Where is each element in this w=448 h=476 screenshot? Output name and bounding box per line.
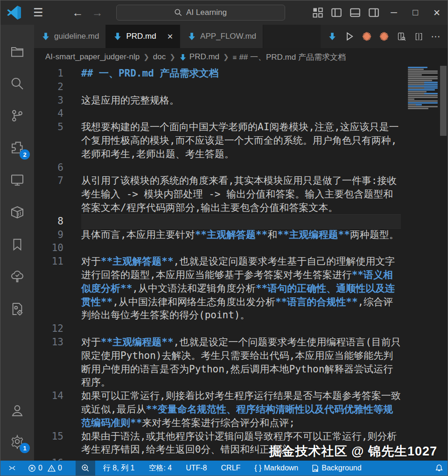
minimap-bar <box>408 69 424 70</box>
line-text[interactable] <box>81 80 401 94</box>
line-text[interactable]: 对于**主观解答题**,也就是设定问题要求考生基于自己的理解使用文字进行回答的题… <box>81 255 401 322</box>
menu-hamburger-icon[interactable]: ☰ <box>33 7 43 18</box>
symbol-list-icon: ≡ <box>233 53 237 61</box>
tab-bar: guideline.md PRD.md ✕ APP_FLOW.md <box>34 25 448 48</box>
sidebar-item-remote-explorer[interactable] <box>7 169 28 191</box>
minimap-bar <box>408 72 438 74</box>
warning-icon <box>48 464 56 472</box>
more-actions-icon[interactable]: ⋯ <box>429 29 443 43</box>
vertical-scrollbar <box>439 66 448 461</box>
breadcrumb-symbol[interactable]: ## 一、PRD.md 产品需求文档 <box>239 52 346 63</box>
line-text[interactable]: 这是应用的完整规格。 <box>81 94 401 107</box>
editor-line[interactable]: 4 <box>34 107 408 120</box>
background-extension-item[interactable]: Background <box>307 461 365 476</box>
chevron-right-icon: ❯ <box>223 53 229 61</box>
editor-line[interactable]: 8 <box>34 215 408 228</box>
minimap-bar <box>408 70 438 72</box>
starburst-action-icon[interactable] <box>377 29 391 43</box>
line-text[interactable]: 如果可以正常运行,则接着比对考生程序运行结果是否与本题参考答案一致或近似,最后从… <box>81 389 401 429</box>
sidebar-item-code-runner[interactable] <box>7 298 28 320</box>
sidebar-item-bookmarks[interactable] <box>7 234 28 255</box>
line-text[interactable]: 对于**主观编程题**,也就是设定一个问题要求考生使用编程语言(目前只限定使用P… <box>81 336 401 389</box>
line-text[interactable] <box>81 241 401 255</box>
command-search-box[interactable]: AI Learning <box>116 5 285 21</box>
editor-line[interactable]: 1## 一、PRD.md 产品需求文档 <box>34 67 408 80</box>
sidebar-item-explorer[interactable] <box>7 41 28 62</box>
markdown-download-action-icon[interactable] <box>325 29 339 43</box>
editor-line[interactable]: 3这是应用的完整规格。 <box>34 94 408 107</box>
maximize-button[interactable]: □ <box>405 0 426 25</box>
language-mode[interactable]: { } Markdown <box>250 461 302 476</box>
forward-arrow-icon[interactable]: → <box>92 7 103 18</box>
line-text[interactable]: ## 一、PRD.md 产品需求文档 <box>81 67 401 80</box>
editor-line[interactable]: 5我想要构建的是一个面向中国大学老师的AI阅卷模块,注意,这应该只是一个复用性极… <box>34 120 408 161</box>
split-editor-icon[interactable] <box>412 29 426 43</box>
problems-indicator[interactable]: 0 0 <box>24 461 66 476</box>
sidebar-item-containers[interactable] <box>7 202 28 223</box>
editor-line[interactable]: 7从引用了该模块的系统的角度来看,其实本模块应用只是做了一件事:接收考生输入 -… <box>34 174 408 214</box>
minimize-button[interactable]: ─ <box>383 0 405 25</box>
accounts-icon[interactable] <box>7 400 28 421</box>
text-segment: 来对考生答案进行综合评分和点评; <box>142 417 295 428</box>
toggle-panel-icon[interactable] <box>347 5 363 21</box>
minimap-bar <box>408 80 432 81</box>
starburst-action-icon[interactable] <box>360 29 374 43</box>
sidebar-item-search[interactable] <box>7 73 28 94</box>
minimap[interactable] <box>408 67 438 110</box>
editor-line[interactable]: 13对于**主观编程题**,也就是设定一个问题要求考生使用编程语言(目前只限定使… <box>34 336 408 389</box>
minimap-bar <box>408 98 414 100</box>
customize-layout-icon[interactable] <box>310 5 326 21</box>
line-text[interactable] <box>81 215 401 228</box>
breadcrumb-file[interactable]: PRD.md <box>189 52 219 62</box>
breadcrumb-folder[interactable]: doc <box>153 52 166 62</box>
run-file-icon[interactable] <box>343 29 357 43</box>
sidebar-item-todo-tree[interactable] <box>7 266 28 287</box>
close-button[interactable]: ✕ <box>426 0 448 25</box>
search-icon <box>174 8 182 17</box>
editor-line[interactable]: 12 <box>34 322 408 336</box>
tab-guideline-md[interactable]: guideline.md <box>34 25 106 48</box>
text-segment: ,从中文语法和逻辑角度分析 <box>132 283 256 294</box>
line-text[interactable]: 我想要构建的是一个面向中国大学老师的AI阅卷模块,注意,这应该只是一个复用性极高… <box>81 120 401 161</box>
minimap-bar <box>408 78 438 79</box>
indentation-indicator[interactable]: 空格: 4 <box>144 461 176 476</box>
editor-line[interactable]: 6 <box>34 161 408 175</box>
person-icon <box>10 403 25 418</box>
minimap-bar <box>408 93 438 94</box>
toggle-primary-sidebar-icon[interactable] <box>329 5 344 21</box>
tab-label: guideline.md <box>54 32 99 41</box>
line-text[interactable]: 从引用了该模块的系统的角度来看,其实本模块应用只是做了一件事:接收考生输入 ->… <box>81 174 401 214</box>
open-preview-icon[interactable] <box>394 29 408 43</box>
status-bar: 0 0 行 8, 列 1 空格: 4 UTF-8 CRLF { } Markdo… <box>0 461 448 476</box>
sidebar-item-extensions[interactable]: 2 <box>7 137 28 159</box>
encoding-indicator[interactable]: UTF-8 <box>182 461 211 476</box>
toggle-secondary-sidebar-icon[interactable] <box>366 5 382 21</box>
sidebar-item-source-control[interactable] <box>7 105 28 126</box>
scrollbar-thumb[interactable] <box>440 66 447 136</box>
editor-line[interactable]: 2 <box>34 80 408 94</box>
line-text[interactable] <box>81 161 401 175</box>
eol-indicator[interactable]: CRLF <box>217 461 245 476</box>
editor-line[interactable]: 11对于**主观解答题**,也就是设定问题要求考生基于自己的理解使用文字进行回答… <box>34 255 408 322</box>
editor-line[interactable]: 10 <box>34 241 408 255</box>
tab-label: APP_FLOW.md <box>200 32 256 41</box>
settings-gear-button[interactable]: 1 <box>7 431 28 452</box>
remote-indicator[interactable] <box>0 461 24 476</box>
text-segment: **主观解答题** <box>101 256 174 267</box>
background-label: Background <box>322 464 361 472</box>
breadcrumb-project[interactable]: AI-smart_paper_judger-nlp <box>45 52 140 62</box>
notifications-bell-icon[interactable] <box>431 461 448 476</box>
tab-app-flow-md[interactable]: APP_FLOW.md <box>180 25 263 48</box>
editor-line[interactable]: 14如果可以正常运行,则接着比对考生程序运行结果是否与本题参考答案一致或近似,最… <box>34 389 408 429</box>
editor-line[interactable]: 9具体而言,本应用主要针对**主观解答题**和**主观编程题**两种题型。 <box>34 228 408 242</box>
tab-close-icon[interactable]: ✕ <box>167 32 173 41</box>
line-text[interactable]: 具体而言,本应用主要针对**主观解答题**和**主观编程题**两种题型。 <box>81 228 401 242</box>
line-text[interactable] <box>81 322 401 336</box>
back-arrow-icon[interactable]: ← <box>72 7 84 18</box>
line-text[interactable] <box>81 107 401 120</box>
zoom-status-item[interactable] <box>76 461 95 476</box>
editor-pane[interactable]: 1## 一、PRD.md 产品需求文档23这是应用的完整规格。45我想要构建的是… <box>34 66 448 461</box>
text-segment: 从引用了该模块的系统的角度来看,其实本模块应用只是做了一件事:接收考生输入 ->… <box>81 175 397 213</box>
tab-prd-md[interactable]: PRD.md ✕ <box>106 25 180 48</box>
cursor-position[interactable]: 行 8, 列 1 <box>99 461 139 476</box>
